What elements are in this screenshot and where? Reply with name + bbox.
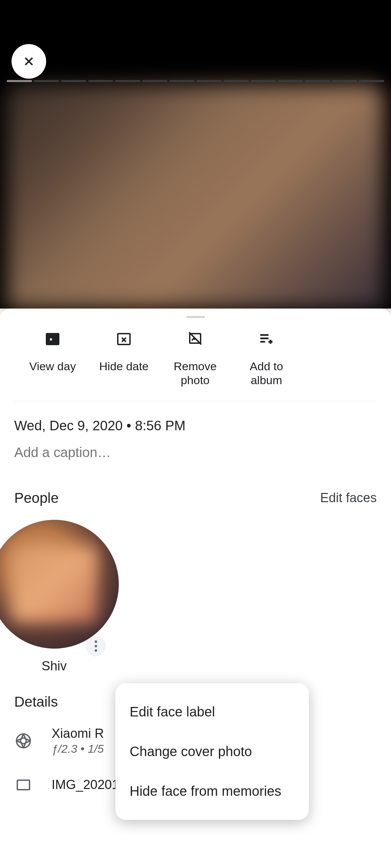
svg-point-4 — [17, 734, 31, 748]
svg-rect-1 — [49, 338, 53, 341]
progress-segment — [34, 80, 59, 82]
view-day-label: View day — [29, 359, 76, 373]
date-section: Wed, Dec 9, 2020 • 8:56 PM — [0, 401, 391, 460]
image-icon — [14, 776, 33, 794]
progress-segment — [169, 80, 194, 82]
people-title: People — [14, 490, 59, 506]
change-cover-photo-item[interactable]: Change cover photo — [115, 732, 309, 771]
close-icon — [22, 54, 36, 68]
person-item[interactable]: Shiv — [14, 520, 94, 673]
progress-segment — [7, 80, 32, 82]
edit-face-label-item[interactable]: Edit face label — [115, 692, 309, 732]
progress-segment — [359, 80, 384, 82]
more-vertical-icon — [95, 640, 97, 652]
view-day-button[interactable]: View day — [17, 330, 88, 387]
svg-rect-5 — [17, 780, 30, 790]
progress-segment — [278, 80, 303, 82]
edit-faces-button[interactable]: Edit faces — [320, 491, 377, 505]
progress-segment — [305, 80, 330, 82]
progress-segment — [61, 80, 86, 82]
person-avatar[interactable] — [0, 520, 119, 649]
photo-date-time: Wed, Dec 9, 2020 • 8:56 PM — [14, 418, 377, 433]
remove-photo-label: Remove photo — [174, 359, 217, 387]
sheet-drag-handle[interactable] — [186, 316, 205, 318]
progress-segment — [224, 80, 249, 82]
progress-segment — [115, 80, 140, 82]
calendar-x-icon — [116, 330, 132, 347]
progress-segment — [197, 80, 222, 82]
people-header: People Edit faces — [14, 490, 377, 506]
progress-segment — [88, 80, 113, 82]
caption-input[interactable] — [14, 445, 377, 460]
person-more-button[interactable] — [86, 636, 106, 656]
add-to-album-button[interactable]: Add to album — [231, 330, 302, 387]
story-progress-bar — [7, 80, 384, 83]
remove-photo-button[interactable]: Remove photo — [160, 330, 231, 387]
progress-segment — [142, 80, 167, 82]
image-remove-icon — [187, 330, 203, 347]
hide-face-from-memories-item[interactable]: Hide face from memories — [115, 771, 309, 811]
playlist-add-icon — [258, 330, 275, 347]
quick-actions-row: View day Hide date Remove photo — [14, 330, 377, 401]
calendar-day-icon — [44, 330, 61, 347]
hide-date-label: Hide date — [99, 359, 149, 373]
person-name-label: Shiv — [42, 659, 67, 673]
face-context-menu: Edit face label Change cover photo Hide … — [115, 683, 309, 820]
progress-segment — [332, 80, 357, 82]
close-button[interactable] — [12, 44, 46, 79]
people-section: People Edit faces Shiv — [0, 460, 391, 673]
aperture-icon — [14, 732, 33, 750]
progress-segment — [251, 80, 276, 82]
hide-date-button[interactable]: Hide date — [88, 330, 160, 387]
add-to-album-label: Add to album — [250, 359, 283, 387]
photo-viewer-area — [0, 0, 391, 309]
photo-thumbnail[interactable] — [7, 85, 384, 309]
